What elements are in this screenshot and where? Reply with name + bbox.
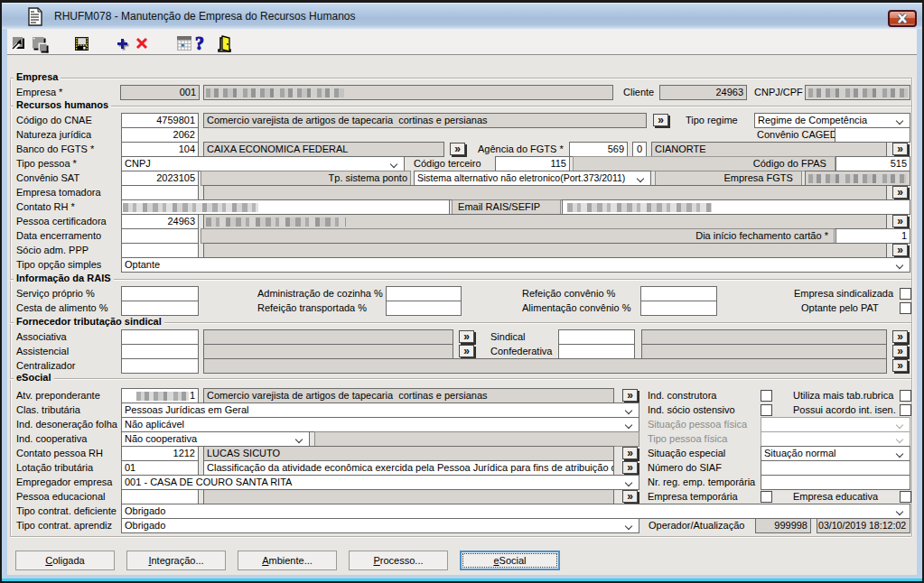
svg-text:?: ? — [195, 33, 204, 53]
